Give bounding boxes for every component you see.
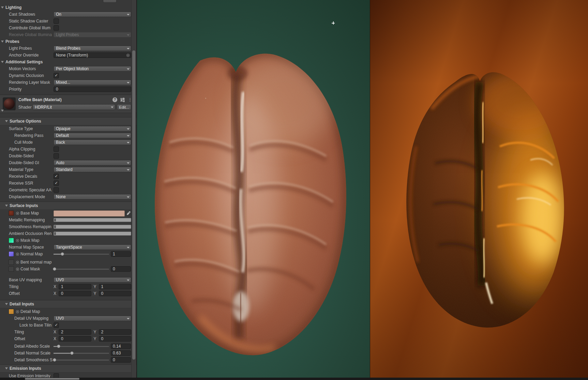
tiling-y-input[interactable]: 1 (99, 284, 131, 289)
horizontal-scrollbar-thumb[interactable] (25, 378, 79, 380)
cast-shadows-dropdown[interactable]: On (54, 12, 131, 17)
row-static-shadow-caster: Static Shadow Caster (0, 18, 136, 25)
normal-map-slider[interactable] (54, 254, 109, 255)
texture-picker-icon[interactable] (16, 212, 19, 215)
alpha-clipping-checkbox[interactable] (54, 146, 59, 152)
normal-map-value[interactable]: 1 (111, 251, 131, 257)
cull-mode-dropdown[interactable]: Back (54, 140, 131, 145)
section-title: Surface Options (10, 119, 41, 124)
detail-normal-scale-value[interactable]: 0.63 (111, 350, 131, 356)
section-lighting[interactable]: Lighting (0, 4, 136, 11)
detail-map-thumbnail[interactable] (9, 309, 14, 314)
clipped-field[interactable] (103, 0, 117, 3)
section-additional-settings[interactable]: Additional Settings (0, 59, 136, 65)
normal-map-thumbnail[interactable] (9, 251, 14, 257)
normal-map-space-dropdown[interactable]: TangentSpace (54, 244, 131, 250)
offset-x-input[interactable]: 0 (59, 291, 91, 296)
scrollbar-thumb[interactable] (132, 50, 135, 360)
row-anchor-override: Anchor Override None (Transform) (0, 52, 136, 59)
chevron-down-icon (127, 196, 130, 198)
detail-tiling-x-input[interactable]: 2 (59, 329, 91, 335)
metallic-remapping-minmax-slider[interactable] (54, 218, 131, 222)
object-picker-icon[interactable] (126, 54, 130, 57)
smoothness-remapping-minmax-slider[interactable] (54, 225, 131, 229)
rendering-pass-dropdown[interactable]: Default (54, 133, 131, 138)
shader-edit-button[interactable]: Edit... (117, 104, 131, 110)
material-title: Coffee Bean (Material) (18, 97, 62, 102)
texture-picker-icon[interactable] (16, 239, 19, 242)
lock-to-base-tiling-checkbox[interactable]: ✓ (54, 322, 59, 328)
texture-picker-icon[interactable] (16, 261, 19, 264)
ao-remapping-minmax-slider[interactable] (54, 232, 131, 236)
section-probes[interactable]: Probes (0, 38, 136, 45)
help-icon[interactable]: ? (112, 97, 117, 102)
section-emission-inputs[interactable]: Emission Inputs (0, 364, 136, 373)
row-lock-to-base-tiling: Lock to Base Tilin ✓ (0, 322, 136, 329)
coat-mask-slider[interactable] (54, 269, 109, 270)
row-material-type: Material Type Standard (0, 166, 136, 173)
section-surface-options[interactable]: Surface Options (0, 117, 136, 125)
inspector-panel: Lighting Cast Shadows On Static Shadow C… (0, 0, 136, 380)
mask-map-thumbnail[interactable] (9, 238, 14, 243)
row-smoothness-remapping: Smoothness Remappin (0, 223, 136, 230)
inspector-vertical-scrollbar[interactable] (131, 0, 136, 378)
y-axis-label: Y (94, 291, 96, 296)
contribute-gi-checkbox[interactable] (54, 25, 59, 31)
eyedropper-icon[interactable] (126, 211, 131, 216)
coat-mask-thumbnail[interactable] (9, 266, 14, 272)
tiling-x-input[interactable]: 1 (59, 284, 91, 289)
texture-picker-icon[interactable] (16, 310, 19, 313)
double-sided-checkbox[interactable] (54, 153, 59, 159)
coat-mask-value[interactable]: 0 (111, 266, 131, 272)
dynamic-occlusion-checkbox[interactable]: ✓ (54, 73, 59, 78)
detail-smoothness-scale-value[interactable]: 0 (111, 357, 131, 363)
bent-normal-map-thumbnail[interactable] (9, 259, 14, 265)
detail-normal-scale-slider[interactable] (54, 353, 109, 354)
chevron-down-icon (127, 82, 130, 83)
detail-albedo-scale-slider[interactable] (54, 346, 109, 347)
receive-decals-checkbox[interactable]: ✓ (54, 174, 59, 179)
detail-offset-y-input[interactable]: 0 (99, 336, 131, 342)
geometric-specular-aa-checkbox[interactable] (54, 187, 59, 193)
double-sided-gi-dropdown[interactable]: Auto (54, 160, 131, 165)
rendering-layer-mask-dropdown[interactable]: Mixed... (54, 80, 131, 85)
material-type-dropdown[interactable]: Standard (54, 167, 131, 172)
viewport-warm-render (370, 0, 588, 380)
displacement-mode-dropdown[interactable]: None (54, 194, 131, 200)
section-detail-inputs[interactable]: Detail Inputs (0, 300, 136, 308)
material-foldout-icon[interactable] (1, 110, 4, 112)
receive-ssr-checkbox[interactable]: ✓ (54, 180, 59, 186)
texture-picker-icon[interactable] (16, 268, 19, 271)
detail-tiling-y-input[interactable]: 2 (99, 329, 131, 335)
priority-input[interactable]: 0 (54, 86, 131, 92)
base-map-color-swatch[interactable] (54, 210, 125, 217)
material-preview-sphere[interactable] (3, 97, 16, 110)
object-field-value: None (Transform) (56, 53, 88, 58)
motion-vectors-dropdown[interactable]: Per Object Motion (54, 66, 131, 72)
offset-y-input[interactable]: 0 (99, 291, 131, 296)
section-title: Emission Inputs (10, 366, 41, 371)
row-base-map: Base Map (0, 210, 136, 217)
presets-icon[interactable] (120, 98, 125, 102)
detail-albedo-scale-value[interactable]: 0.14 (111, 344, 131, 349)
section-surface-inputs[interactable]: Surface Inputs (0, 202, 136, 210)
row-mask-map: Mask Map (0, 237, 136, 244)
input-value: 0.14 (113, 344, 121, 349)
detail-offset-x-input[interactable]: 0 (59, 336, 91, 342)
surface-type-dropdown[interactable]: Opaque (54, 126, 131, 131)
y-axis-label: Y (94, 284, 96, 289)
texture-picker-icon[interactable] (16, 253, 19, 256)
detail-uv-mapping-dropdown[interactable]: UV0 (54, 316, 131, 321)
shader-dropdown[interactable]: HDRP/Lit (32, 104, 115, 110)
field-label: Mask Map (20, 238, 53, 243)
base-uv-mapping-dropdown[interactable]: UV0 (54, 277, 131, 283)
static-shadow-caster-checkbox[interactable] (54, 18, 59, 24)
field-label: Static Shadow Caster (9, 19, 53, 23)
light-probes-dropdown[interactable]: Blend Probes (54, 46, 131, 51)
anchor-override-field[interactable]: None (Transform) (54, 52, 131, 58)
dropdown-value: HDRP/Lit (35, 105, 52, 110)
base-map-thumbnail[interactable] (9, 210, 14, 216)
detail-smoothness-scale-slider[interactable] (54, 360, 109, 361)
foldout-arrow-icon (1, 6, 4, 9)
field-label: Smoothness Remappin (9, 224, 53, 229)
